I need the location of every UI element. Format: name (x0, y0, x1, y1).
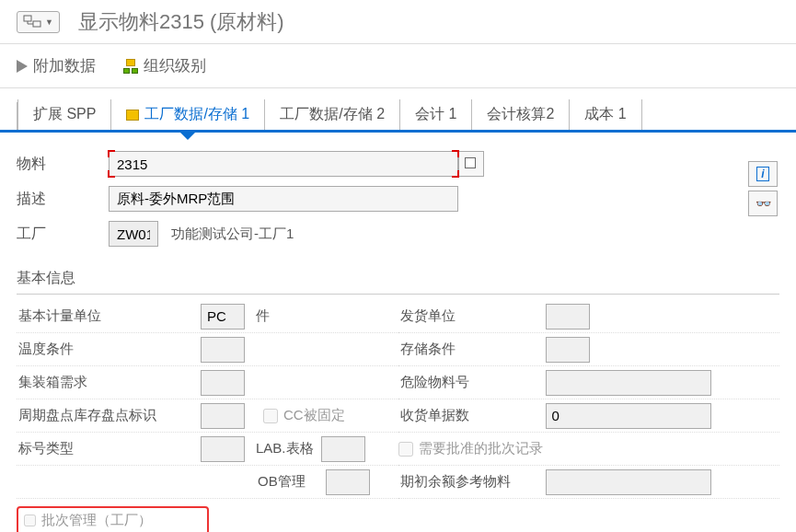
tabstrip: 扩展 SPP 工厂数据/存储 1 工厂数据/存储 2 会计 1 会计核算2 成本… (0, 88, 796, 133)
init-balance-label: 期初余额参考物料 (398, 473, 546, 491)
page-title: 显示物料2315 (原材料) (78, 8, 284, 36)
tab-spp[interactable]: 扩展 SPP (17, 99, 110, 130)
value-help-icon (467, 159, 476, 168)
ob-mgmt-input[interactable] (326, 469, 370, 495)
label-type-label: 标号类型 (17, 440, 201, 457)
additional-data-button[interactable]: 附加数据 (17, 55, 96, 76)
label-type-input[interactable] (201, 436, 245, 462)
material-input[interactable] (109, 151, 458, 177)
gr-slips-label: 收货单据数 (398, 407, 546, 424)
plant-code-input[interactable] (109, 221, 158, 247)
gr-slips-input[interactable] (546, 403, 711, 429)
storage-cond-label: 存储条件 (398, 341, 546, 358)
lab-form-label: LAB.表格 (256, 440, 314, 457)
plant-label: 工厂 (17, 225, 109, 244)
approved-batch-label: 需要批准的批次记录 (419, 440, 543, 457)
cc-fixed-checkbox (263, 409, 278, 423)
basic-info-section-header: 基本信息 (17, 263, 779, 295)
org-levels-label: 组织级别 (144, 55, 206, 76)
tab-costing-1[interactable]: 成本 1 (569, 99, 641, 130)
tab-plant-storage-2[interactable]: 工厂数据/存储 2 (264, 99, 399, 130)
material-label: 物料 (17, 155, 109, 174)
window-header: ▼ 显示物料2315 (原材料) (0, 0, 796, 44)
ob-mgmt-label: OB管理 (258, 473, 306, 491)
cycle-count-label: 周期盘点库存盘点标识 (17, 407, 201, 424)
svg-rect-0 (24, 16, 31, 21)
tab-plant-storage-1[interactable]: 工厂数据/存储 1 (110, 99, 264, 130)
tab-active-icon (126, 110, 139, 121)
batch-mgmt-highlight: 批次管理（工厂） (17, 506, 209, 532)
batch-mgmt-label: 批次管理（工厂） (41, 512, 152, 529)
description-label: 描述 (17, 190, 109, 209)
svg-rect-1 (33, 21, 40, 27)
batch-mgmt-checkbox (24, 515, 36, 526)
org-icon (123, 59, 138, 74)
cycle-count-input[interactable] (201, 403, 245, 429)
lab-form-input[interactable] (321, 436, 365, 462)
temp-cond-input[interactable] (201, 337, 245, 363)
tab-accounting-2[interactable]: 会计核算2 (471, 99, 569, 130)
issue-unit-label: 发货单位 (398, 307, 546, 325)
object-services-icon (23, 15, 43, 29)
org-levels-button[interactable]: 组织级别 (123, 55, 206, 76)
additional-data-label: 附加数据 (33, 55, 96, 76)
init-balance-input[interactable] (546, 469, 711, 495)
description-input[interactable] (109, 186, 458, 212)
container-req-label: 集装箱需求 (17, 374, 201, 391)
plant-name-text: 功能测试公司-工厂1 (171, 226, 294, 243)
toolbar: 附加数据 组织级别 (0, 44, 796, 88)
approved-batch-checkbox (398, 442, 413, 457)
issue-unit-input[interactable] (546, 304, 590, 330)
material-value-help-button[interactable] (458, 151, 484, 177)
base-uom-desc: 件 (256, 307, 270, 325)
base-uom-input[interactable] (201, 304, 245, 330)
info-icon: i (756, 167, 769, 181)
glasses-button[interactable]: 👓 (748, 191, 778, 216)
form-area: 物料 描述 工厂 功能测试公司-工厂1 i 👓 基本信息 基本计量单位 件 (0, 133, 796, 532)
arrow-right-icon (17, 60, 28, 73)
tab-accounting-1[interactable]: 会计 1 (399, 99, 471, 130)
cc-fixed-label: CC被固定 (283, 407, 345, 424)
hazmat-label: 危险物料号 (398, 374, 546, 391)
temp-cond-label: 温度条件 (17, 341, 201, 358)
storage-cond-input[interactable] (546, 337, 590, 363)
object-services-button[interactable]: ▼ (17, 11, 60, 33)
hazmat-input[interactable] (546, 370, 711, 396)
base-uom-label: 基本计量单位 (17, 307, 201, 325)
container-req-input[interactable] (201, 370, 245, 396)
info-button[interactable]: i (748, 161, 778, 187)
glasses-icon: 👓 (756, 196, 771, 211)
